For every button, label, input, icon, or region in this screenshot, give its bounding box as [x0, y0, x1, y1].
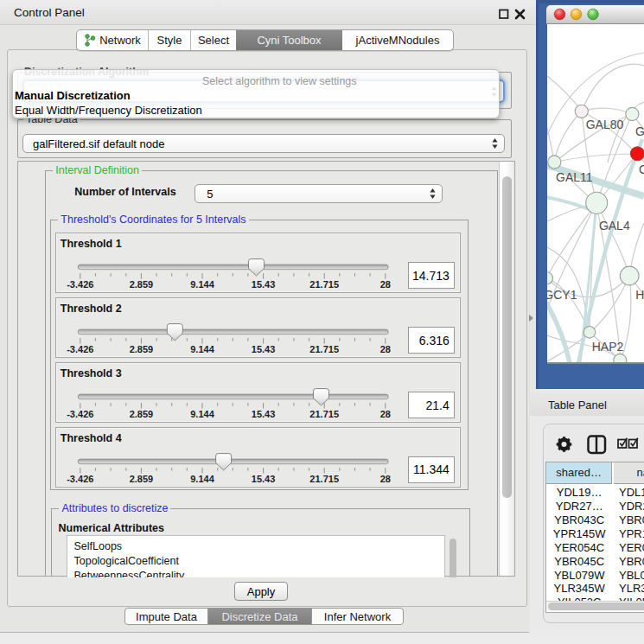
svg-text:H: H [635, 288, 644, 302]
svg-text:9.144: 9.144 [190, 473, 214, 483]
svg-text:21.715: 21.715 [309, 409, 339, 419]
svg-text:-3.426: -3.426 [67, 279, 93, 290]
svg-text:21.715: 21.715 [309, 344, 339, 354]
svg-text:2.859: 2.859 [129, 279, 153, 290]
svg-text:GCY1: GCY1 [547, 288, 577, 302]
svg-text:9.144: 9.144 [190, 409, 214, 419]
svg-text:15.43: 15.43 [252, 409, 276, 419]
svg-text:15.43: 15.43 [252, 473, 276, 483]
svg-text:9.144: 9.144 [190, 279, 214, 290]
svg-text:-3.426: -3.426 [67, 409, 93, 419]
svg-text:HAP2: HAP2 [592, 340, 624, 354]
svg-text:-3.426: -3.426 [67, 344, 93, 354]
svg-text:C: C [639, 163, 644, 176]
svg-text:2.859: 2.859 [129, 409, 153, 419]
svg-text:21.715: 21.715 [309, 473, 339, 483]
svg-text:GAL80: GAL80 [586, 118, 624, 131]
svg-text:2.859: 2.859 [129, 473, 153, 483]
svg-text:28: 28 [379, 344, 390, 354]
svg-text:GAL11: GAL11 [556, 170, 593, 184]
svg-text:28: 28 [379, 409, 390, 419]
svg-text:15.43: 15.43 [252, 279, 276, 290]
svg-text:28: 28 [379, 279, 390, 290]
svg-text:-3.426: -3.426 [67, 473, 93, 483]
svg-text:28: 28 [379, 473, 390, 483]
svg-text:2.859: 2.859 [129, 344, 153, 354]
svg-text:GA: GA [635, 124, 644, 138]
svg-text:21.715: 21.715 [309, 279, 339, 290]
svg-text:GAL4: GAL4 [599, 219, 630, 233]
svg-text:15.43: 15.43 [252, 344, 276, 354]
svg-text:9.144: 9.144 [190, 344, 214, 354]
